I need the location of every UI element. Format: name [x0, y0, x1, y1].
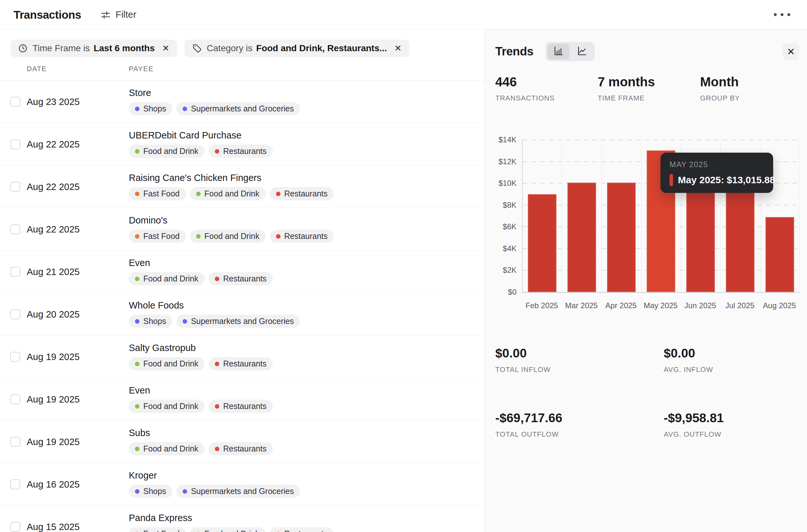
category-tag: Shops	[129, 102, 172, 115]
row-checkbox[interactable]	[10, 522, 20, 532]
tag-label: Food and Drink	[205, 231, 260, 241]
payee-cell: StoreShopsSupermarkets and Groceries	[129, 88, 300, 116]
trends-bar-chart: MAY 2025 May 2025: $13,015.88 $0$2K$4K$6…	[495, 140, 799, 323]
column-header-payee: PAYEE	[129, 65, 154, 73]
transaction-date: Aug 19 2025	[27, 436, 79, 447]
payee-cell: EvenFood and DrinkRestaurants	[129, 385, 273, 413]
tag-label: Fast Food	[143, 529, 180, 532]
summary-value: -$69,717.66	[495, 411, 664, 425]
transaction-date: Aug 22 2025	[27, 224, 79, 234]
row-checkbox[interactable]	[10, 182, 20, 192]
category-tag: Shops	[129, 315, 172, 328]
tag-label: Food and Drink	[143, 402, 198, 411]
row-checkbox[interactable]	[10, 479, 20, 489]
row-checkbox[interactable]	[10, 394, 20, 404]
remove-filter-icon[interactable]: ✕	[162, 43, 169, 54]
more-options-button[interactable]	[771, 10, 793, 19]
stat-label: TIME FRAME	[598, 94, 700, 102]
tag-label: Restaurants	[284, 529, 328, 532]
category-tag: Fast Food	[129, 187, 186, 200]
row-checkbox[interactable]	[10, 352, 20, 362]
payee-cell: Panda ExpressFast FoodFood and DrinkRest…	[129, 513, 333, 532]
filter-pill-timeframe[interactable]: Time Frame is Last 6 months✕	[10, 40, 177, 57]
bar-aug-2025[interactable]	[766, 217, 794, 292]
table-row[interactable]: Aug 19 2025SubsFood and DrinkRestaurants	[0, 421, 484, 463]
tag-dot	[135, 149, 139, 154]
summary-total-inflow: $0.00TOTAL INFLOW	[495, 346, 664, 374]
summary-label: AVG. OUTFLOW	[664, 430, 724, 439]
row-checkbox[interactable]	[10, 139, 20, 149]
line-chart-toggle[interactable]	[571, 44, 593, 59]
bar-apr-2025[interactable]	[607, 183, 636, 292]
ellipsis-icon	[774, 13, 777, 16]
category-tags: Food and DrinkRestaurants	[129, 145, 273, 158]
payee-cell: SubsFood and DrinkRestaurants	[129, 428, 273, 456]
payee-cell: UBERDebit Card PurchaseFood and DrinkRes…	[129, 130, 273, 158]
tag-label: Fast Food	[143, 231, 180, 241]
row-checkbox[interactable]	[10, 309, 20, 319]
y-axis-tick-label: $2K	[495, 265, 517, 275]
tag-label: Food and Drink	[205, 189, 260, 198]
category-tag: Restaurants	[270, 527, 334, 532]
bar-jul-2025[interactable]	[726, 191, 754, 292]
bar-jun-2025[interactable]	[686, 191, 715, 292]
table-row[interactable]: Aug 19 2025Salty GastropubFood and Drink…	[0, 336, 484, 378]
row-checkbox[interactable]	[10, 267, 20, 277]
table-row[interactable]: Aug 21 2025EvenFood and DrinkRestaurants	[0, 250, 484, 293]
row-checkbox[interactable]	[10, 97, 20, 107]
filter-pill-value: Last 6 months	[94, 43, 155, 53]
bar-chart-toggle[interactable]	[547, 44, 569, 59]
chart-column	[602, 140, 641, 292]
tag-label: Food and Drink	[143, 359, 198, 368]
category-tags: Food and DrinkRestaurants	[129, 357, 273, 370]
table-row[interactable]: Aug 22 2025Domino'sFast FoodFood and Dri…	[0, 208, 484, 250]
summary-value: -$9,958.81	[664, 411, 724, 425]
transaction-rows: Aug 23 2025StoreShopsSupermarkets and Gr…	[0, 80, 484, 532]
y-axis-tick-label: $10K	[495, 178, 517, 188]
table-row[interactable]: Aug 16 2025KrogerShopsSupermarkets and G…	[0, 463, 484, 506]
clock-icon	[18, 43, 28, 53]
table-row[interactable]: Aug 20 2025Whole FoodsShopsSupermarkets …	[0, 293, 484, 336]
transaction-date: Aug 21 2025	[27, 266, 79, 277]
tag-dot	[215, 446, 219, 451]
category-tag: Fast Food	[129, 527, 186, 532]
transaction-date: Aug 22 2025	[27, 181, 79, 192]
tag-dot	[276, 234, 281, 239]
tag-icon	[192, 43, 202, 53]
close-trends-button[interactable]: ✕	[783, 43, 799, 60]
category-tags: Food and DrinkRestaurants	[129, 442, 273, 455]
category-tag: Restaurants	[270, 230, 334, 243]
tag-dot	[135, 489, 139, 494]
x-axis-tick-label: Jul 2025	[720, 301, 760, 310]
table-row[interactable]: Aug 23 2025StoreShopsSupermarkets and Gr…	[0, 80, 484, 123]
table-row[interactable]: Aug 15 2025Panda ExpressFast FoodFood an…	[0, 506, 484, 532]
bar-mar-2025[interactable]	[568, 183, 596, 292]
category-tags: ShopsSupermarkets and Groceries	[129, 315, 300, 328]
tag-dot	[135, 362, 139, 366]
filter-pills: Time Frame is Last 6 months✕Category is …	[10, 40, 409, 57]
x-axis-tick-label: Aug 2025	[760, 301, 799, 310]
top-bar: Transactions Filter	[0, 0, 807, 30]
category-tags: Fast FoodFood and DrinkRestaurants	[129, 187, 333, 200]
payee-cell: Raising Cane's Chicken FingersFast FoodF…	[129, 173, 333, 201]
category-tag: Food and Drink	[129, 145, 205, 158]
bar-feb-2025[interactable]	[528, 194, 556, 292]
filter-pill-category[interactable]: Category is Food and Drink, Restaurants.…	[185, 40, 409, 57]
summary-avg-inflow: $0.00AVG. INFLOW	[664, 346, 724, 374]
filter-button[interactable]: Filter	[100, 10, 136, 20]
x-axis-tick-label: May 2025	[641, 301, 680, 310]
remove-filter-icon[interactable]: ✕	[395, 43, 402, 54]
tooltip-month-label: MAY 2025	[670, 160, 764, 169]
transaction-date: Aug 19 2025	[27, 352, 79, 362]
payee-name: Even	[129, 385, 273, 396]
tag-dot	[182, 319, 187, 324]
row-checkbox[interactable]	[10, 437, 20, 446]
table-row[interactable]: Aug 22 2025UBERDebit Card PurchaseFood a…	[0, 123, 484, 166]
table-header: DATE PAYEE	[0, 57, 484, 81]
row-checkbox[interactable]	[10, 224, 20, 234]
x-axis-tick-label: Mar 2025	[562, 301, 601, 310]
table-row[interactable]: Aug 19 2025EvenFood and DrinkRestaurants	[0, 378, 484, 421]
category-tag: Supermarkets and Groceries	[176, 315, 300, 328]
table-row[interactable]: Aug 22 2025Raising Cane's Chicken Finger…	[0, 166, 484, 208]
stat-value: 7 months	[598, 75, 700, 89]
